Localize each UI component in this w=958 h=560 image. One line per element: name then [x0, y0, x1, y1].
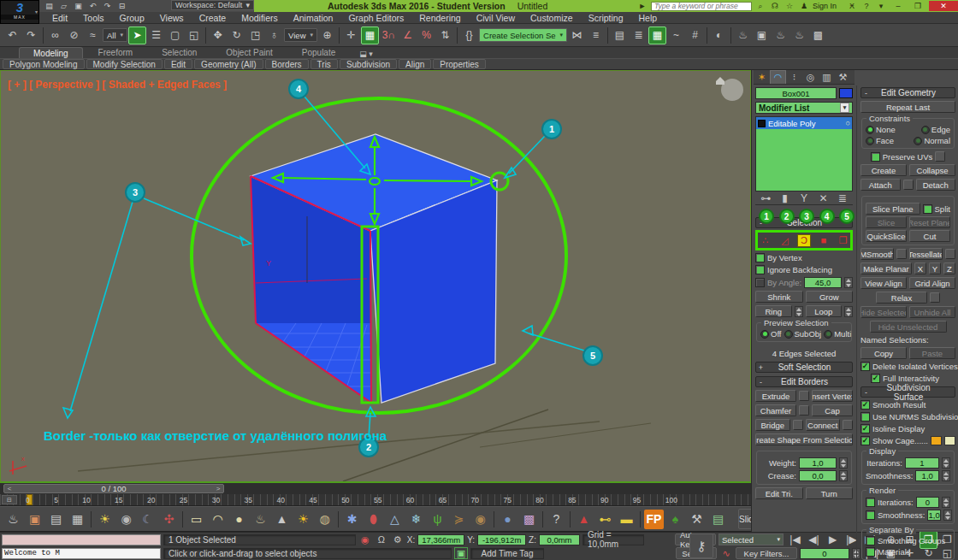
unhide-all-button[interactable]: Unhide All	[909, 306, 955, 318]
grow-button[interactable]: Grow	[806, 291, 854, 303]
render-log-icon[interactable]: ▤	[46, 510, 66, 529]
transform-gizmo-icon[interactable]: ⚙	[391, 533, 405, 545]
select-and-rotate-icon[interactable]: ↻	[228, 27, 245, 44]
planar-z-button[interactable]: Z	[943, 262, 955, 274]
chevron-down-icon[interactable]: ▾	[875, 1, 887, 11]
open-in-a360-icon[interactable]: ▩	[809, 27, 827, 44]
display-tab-icon[interactable]: ▥	[819, 70, 835, 84]
quickslice-button[interactable]: QuickSlice	[866, 230, 907, 242]
reference-coordinate-system-dropdown[interactable]: View▾	[284, 28, 317, 42]
ring-button[interactable]: Ring	[755, 305, 792, 317]
tools-icon[interactable]: ⚒	[687, 510, 707, 529]
crease-field[interactable]: 0,0	[799, 470, 837, 481]
slice-button[interactable]: Slice	[866, 216, 907, 228]
element-subobject-icon[interactable]: ❒	[836, 234, 850, 247]
create-shape-button[interactable]: Create Shape From Selection	[755, 433, 853, 445]
select-and-link-icon[interactable]: ∞	[46, 27, 64, 44]
ribbon-subtab[interactable]: Subdivision	[340, 59, 397, 69]
menu-item[interactable]: Edit	[44, 13, 75, 23]
tab-modeling[interactable]: Modeling	[19, 47, 83, 58]
search-input[interactable]	[651, 2, 752, 11]
unlink-selection-icon[interactable]: ⊘	[65, 27, 83, 44]
z-coordinate-field[interactable]: 0,0mm	[539, 534, 580, 545]
teapot-primitive-icon[interactable]: ♨	[251, 510, 270, 529]
motion-tab-icon[interactable]: ◎	[802, 70, 819, 84]
trees-icon[interactable]: ♠	[665, 510, 685, 529]
tab-selection[interactable]: Selection	[148, 47, 210, 58]
menu-item[interactable]: Animation	[286, 13, 341, 23]
search-icon[interactable]: ⌕	[754, 1, 766, 11]
maxscript-mini-listener[interactable]: Welcome to M	[2, 548, 161, 559]
ruler-icon[interactable]: ▬	[617, 510, 636, 529]
ribbon-subtab[interactable]: Tris	[310, 59, 338, 69]
copy-button[interactable]: Copy	[860, 347, 907, 359]
collapse-button[interactable]: Collapse	[909, 164, 955, 176]
omni-light-icon[interactable]: ☀	[95, 510, 115, 529]
stack-item-editable-poly[interactable]: Editable Poly ○	[756, 117, 852, 129]
preview-off-radio[interactable]	[760, 330, 769, 339]
chamfer-settings-icon[interactable]	[799, 405, 809, 416]
angle-snap-toggle-icon[interactable]: ∠	[399, 27, 417, 44]
tab-populate[interactable]: Populate	[288, 47, 349, 58]
rectangular-selection-region-icon[interactable]: ▢	[166, 27, 184, 44]
rollout-edit-geometry[interactable]: - Edit Geometry	[860, 87, 955, 98]
cone-primitive-icon[interactable]: ▲	[272, 510, 292, 529]
preview-subobj-radio[interactable]	[784, 330, 793, 339]
isolate-selection-icon[interactable]: ◉	[358, 533, 372, 545]
edit-tri-button[interactable]: Edit Tri.	[755, 487, 803, 499]
display-iterations-field[interactable]: 1	[905, 457, 939, 469]
menu-item[interactable]: Graph Editors	[340, 13, 411, 23]
ribbon-config-icon[interactable]: ⬓ ▾	[359, 50, 373, 58]
color-reel-icon[interactable]: ✣	[159, 510, 179, 529]
ribbon-subtab[interactable]: Borders	[265, 59, 309, 69]
bridge-settings-icon[interactable]	[793, 420, 803, 430]
render-iterations-field[interactable]: 0	[916, 497, 939, 508]
toggle-layer-explorer-icon[interactable]: ≣	[630, 27, 648, 44]
planar-x-button[interactable]: X	[914, 262, 926, 274]
cut-button[interactable]: Cut	[909, 230, 950, 242]
help-icon[interactable]: ?	[860, 1, 872, 11]
x-coordinate-field[interactable]: 17,366mm	[417, 534, 464, 545]
render-production-icon[interactable]: ♨	[772, 27, 789, 44]
detach-button[interactable]: Detach	[916, 179, 956, 191]
select-and-manipulate-icon[interactable]: ✛	[342, 27, 360, 44]
object-name-field[interactable]: Box001	[755, 87, 837, 99]
bind-to-space-warp-icon[interactable]: ≈	[84, 27, 102, 44]
selection-lock-icon[interactable]: Ω	[375, 533, 388, 545]
play-icon[interactable]: ▶	[824, 531, 842, 549]
by-angle-checkbox[interactable]	[755, 278, 765, 287]
save-file-icon[interactable]: ▣	[72, 1, 85, 12]
tessellate-button[interactable]: Tessellate	[909, 248, 943, 260]
ribbon-subtab[interactable]: Edit	[164, 59, 192, 69]
fox-icon[interactable]: ◉	[470, 510, 490, 529]
edit-named-selection-sets-icon[interactable]: {}	[460, 27, 478, 44]
preserve-uvs-settings-icon[interactable]	[935, 151, 945, 162]
display-smoothness-field[interactable]: 1,0	[915, 470, 939, 481]
shrink-button[interactable]: Shrink	[755, 291, 803, 303]
camera-icon[interactable]: ◉	[116, 510, 136, 529]
constraint-none-radio[interactable]	[866, 126, 874, 134]
frame-forward-arrow[interactable]: >	[213, 485, 223, 492]
ribbon-subtab[interactable]: Polygon Modeling	[3, 59, 85, 69]
help-circle-icon[interactable]: ?	[547, 510, 566, 529]
percent-snap-toggle-icon[interactable]: %	[417, 27, 435, 44]
modifier-list-dropdown[interactable]: Modifier List ▾	[755, 102, 853, 114]
exchange-icon[interactable]: Ӿ	[846, 1, 858, 11]
ignore-backfacing-checkbox[interactable]	[755, 265, 765, 274]
y-coordinate-field[interactable]: -196,912m	[477, 534, 526, 545]
menu-item[interactable]: Civil View	[469, 13, 523, 23]
by-vertex-checkbox[interactable]	[755, 253, 765, 262]
visibility-bulb-icon[interactable]: ○	[846, 119, 850, 127]
new-file-icon[interactable]: ▤	[43, 1, 56, 12]
render-smoothness-spinner[interactable]	[943, 510, 952, 521]
toggle-scene-explorer-icon[interactable]: ▤	[611, 27, 629, 44]
schematic-view-icon[interactable]: #	[686, 27, 704, 44]
open-file-icon[interactable]: ▱	[57, 1, 70, 12]
window-crossing-toggle-icon[interactable]: ◱	[185, 27, 203, 44]
bridge-button[interactable]: Bridge	[755, 419, 790, 431]
hide-unselected-button[interactable]: Hide Unselected	[870, 321, 947, 333]
vertex-subobject-icon[interactable]: ∴	[758, 234, 772, 247]
turn-button[interactable]: Turn	[806, 487, 854, 499]
tab-freeform[interactable]: Freeform	[85, 47, 147, 58]
cage-selected-color-swatch[interactable]	[944, 436, 955, 445]
